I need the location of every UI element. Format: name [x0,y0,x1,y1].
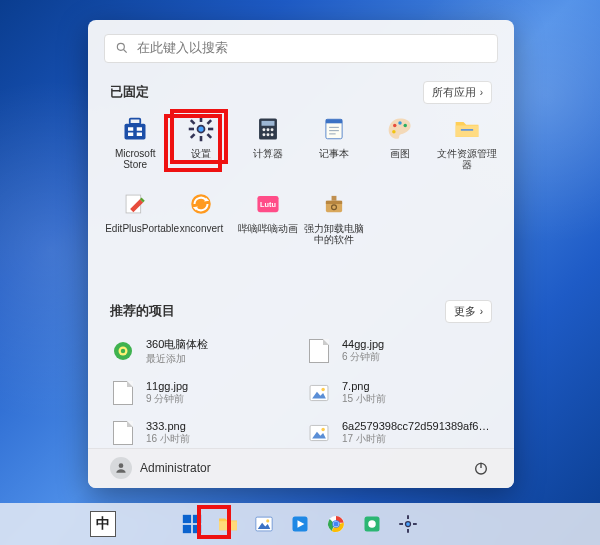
svg-rect-6 [128,132,133,136]
rec-sub: 17 小时前 [342,432,492,446]
search-input[interactable]: 在此键入以搜索 [104,34,498,63]
svg-rect-59 [183,515,191,523]
svg-text:Lutu: Lutu [260,200,276,209]
app-label: EditPlusPortable [105,223,165,235]
svg-rect-9 [200,117,203,122]
app-label: 记事本 [319,148,349,160]
power-icon [473,460,489,476]
all-apps-label: 所有应用 [432,85,476,100]
svg-rect-7 [137,132,142,136]
app-tile-notepad[interactable]: 记事本 [301,110,367,175]
app-tile-uninstall[interactable]: 强力卸载电脑中的软件 [301,185,367,250]
svg-point-52 [321,388,324,391]
store-icon [120,114,150,144]
taskbar-center [178,510,422,538]
svg-rect-12 [208,127,213,130]
svg-point-34 [393,130,397,134]
ime-indicator[interactable]: 中 [90,511,116,537]
chevron-right-icon: › [480,87,483,98]
search-icon [115,41,129,55]
image-icon [306,380,332,406]
svg-point-55 [321,428,324,431]
app-label: xnconvert [180,223,223,235]
recommended-item[interactable]: 11gg.jpg9 分钟前 [110,378,294,408]
app-tile-xnconvert[interactable]: xnconvert [168,185,234,250]
taskbar-photos[interactable] [250,510,278,538]
svg-rect-11 [189,127,194,130]
rec-sub: 最近添加 [146,352,208,366]
svg-point-20 [262,128,265,131]
photos-icon [254,514,274,534]
rec-sub: 16 小时前 [146,432,190,446]
taskbar-app[interactable] [358,510,386,538]
svg-rect-76 [407,515,409,519]
svg-point-23 [262,133,265,136]
svg-point-0 [117,44,124,51]
svg-point-21 [266,128,269,131]
app-tile-store[interactable]: Microsoft Store [102,110,168,175]
xnconvert-icon [186,189,216,219]
svg-rect-45 [332,196,337,201]
app-tile-calculator[interactable]: 计算器 [235,110,301,175]
editplus-icon [120,189,150,219]
chevron-right-icon: › [480,306,483,317]
svg-point-49 [121,349,126,354]
svg-rect-60 [193,515,201,523]
recommended-item[interactable]: 44gg.jpg6 分钟前 [306,335,492,368]
recommended-item[interactable]: 333.png16 小时前 [110,418,294,448]
app-icon [362,514,382,534]
rec-title: 11gg.jpg [146,380,188,392]
svg-rect-27 [326,119,342,123]
file-icon [306,338,332,364]
recommended-title: 推荐的项目 [110,303,175,320]
user-account-button[interactable]: Administrator [110,457,211,479]
svg-point-72 [334,522,339,527]
taskbar-settings[interactable] [394,510,422,538]
ime-label: 中 [96,515,110,533]
recommended-item[interactable]: 360电脑体检最近添加 [110,335,294,368]
settings-icon [186,114,216,144]
search-placeholder: 在此键入以搜索 [137,40,228,57]
rec-title: 333.png [146,420,190,432]
svg-rect-16 [190,133,196,139]
recommended-item[interactable]: 6a2579398cc72d591389af679703f3...17 小时前 [306,418,492,448]
taskbar-media[interactable] [286,510,314,538]
rec-title: 7.png [342,380,386,392]
more-button[interactable]: 更多 › [445,300,492,323]
rec-sub: 9 分钟前 [146,392,188,406]
svg-rect-2 [125,124,146,140]
taskbar-chrome[interactable] [322,510,350,538]
app-tile-explorer[interactable]: 文件资源管理器 [434,110,500,175]
more-label: 更多 [454,304,476,319]
app-label: 画图 [390,148,410,160]
svg-rect-78 [399,523,403,525]
recommended-list: 360电脑体检最近添加 44gg.jpg6 分钟前 11gg.jpg9 分钟前 … [88,335,514,448]
svg-point-74 [368,520,376,528]
svg-rect-5 [137,127,142,131]
username-label: Administrator [140,461,211,475]
svg-rect-14 [207,133,213,139]
app-tile-paint[interactable]: 画图 [367,110,433,175]
svg-point-24 [266,133,269,136]
bidi-icon: Lutu [253,189,283,219]
svg-point-33 [404,124,408,128]
file-icon [110,380,136,406]
recommended-item[interactable]: 7.png15 小时前 [306,378,492,408]
svg-line-1 [124,50,127,53]
app-tile-bidi[interactable]: Lutu 哔嘀哔嘀动画 [235,185,301,250]
app-tile-editplus[interactable]: EditPlusPortable [102,185,168,250]
taskbar-start-button[interactable] [178,510,206,538]
pinned-header: 已固定 所有应用 › [88,73,514,110]
app-tile-settings[interactable]: 设置 [168,110,234,175]
taskbar-explorer[interactable] [214,510,242,538]
svg-rect-62 [193,525,201,533]
calculator-icon [253,114,283,144]
power-button[interactable] [470,457,492,479]
svg-rect-10 [200,136,203,141]
svg-rect-15 [207,119,213,125]
all-apps-button[interactable]: 所有应用 › [423,81,492,104]
svg-point-32 [399,121,403,125]
image-icon [306,420,332,446]
rec-title: 6a2579398cc72d591389af679703f3... [342,420,492,432]
pinned-title: 已固定 [110,84,149,101]
